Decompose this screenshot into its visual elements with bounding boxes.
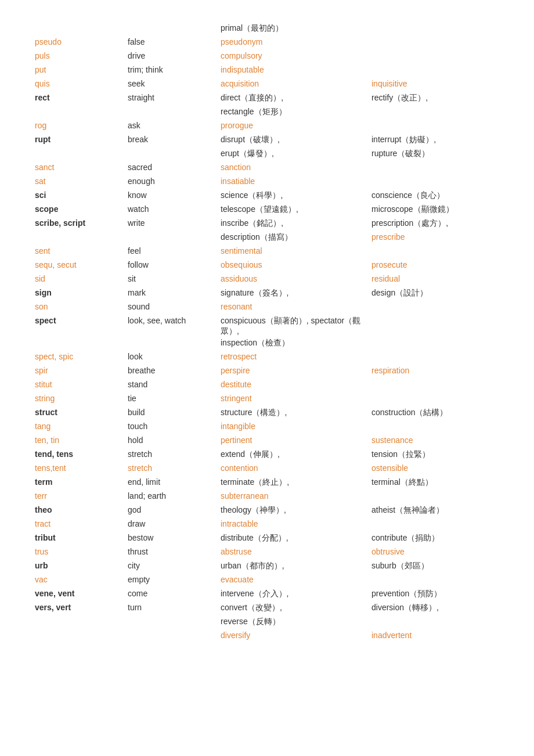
- cell-39-1: empty: [128, 575, 221, 584]
- cell-2-1: drive: [128, 51, 221, 60]
- cell-12-1: know: [128, 190, 221, 200]
- cell-39-2: evacuate: [221, 575, 371, 584]
- table-row: primal（最初的）: [35, 23, 499, 36]
- cell-24-3: respiration: [371, 366, 511, 375]
- cell-11-2: insatiable: [221, 177, 371, 186]
- table-row: sanctsacredsanction: [35, 163, 499, 175]
- table-row: scopewatchtelescope（望遠鏡）,microscope（顯微鏡）: [35, 204, 499, 217]
- cell-17-2: obsequious: [221, 260, 371, 269]
- cell-35-0: tract: [35, 519, 128, 528]
- cell-21-1: look, see, watch: [128, 316, 221, 325]
- cell-25-0: stitut: [35, 380, 128, 389]
- table-row: signmarksignature（簽名）,design（設計）: [35, 288, 499, 301]
- table-row: vers, vertturnconvert（改變）,diversion（轉移）,: [35, 603, 499, 615]
- cell-13-3: microscope（顯微鏡）: [371, 204, 511, 215]
- cell-35-1: draw: [128, 519, 221, 528]
- cell-18-3: residual: [371, 274, 511, 283]
- table-row: quisseekacquisitioninquisitive: [35, 79, 499, 92]
- table-row: ten, tinholdpertinentsustenance: [35, 435, 499, 448]
- cell-5-2: direct（直接的）,: [221, 93, 371, 103]
- cell-35-2: intractable: [221, 519, 371, 528]
- cell-2-2: compulsory: [221, 51, 371, 60]
- cell-18-2: assiduous: [221, 274, 371, 283]
- cell-27-1: build: [128, 408, 221, 417]
- cell-41-1: turn: [128, 603, 221, 612]
- cell-0-2: primal（最初的）: [221, 23, 371, 34]
- cell-29-1: hold: [128, 435, 221, 445]
- table-row: rectstraightdirect（直接的）,rectify（改正）,: [35, 93, 499, 106]
- table-row: structbuildstructure（構造）,construction（結構…: [35, 408, 499, 420]
- table-row: sonsoundresonant: [35, 302, 499, 315]
- cell-1-1: false: [128, 37, 221, 46]
- cell-8-0: rupt: [35, 135, 128, 144]
- cell-25-1: stand: [128, 380, 221, 389]
- table-row: ruptbreakdisrupt（破壞）,interrupt（妨礙）,: [35, 135, 499, 147]
- cell-7-2: prorogue: [221, 121, 371, 130]
- cell-33-2: subterranean: [221, 491, 371, 501]
- cell-8-1: break: [128, 135, 221, 144]
- table-row: diversifyinadvertent: [35, 631, 499, 643]
- cell-14-1: write: [128, 218, 221, 228]
- cell-14-3: prescription（處方）,: [371, 218, 511, 229]
- cell-8-3: interrupt（妨礙）,: [371, 135, 511, 145]
- table-row: stringtiestringent: [35, 394, 499, 406]
- cell-23-0: spect, spic: [35, 352, 128, 361]
- cell-30-2: extend（伸展）,: [221, 449, 371, 460]
- cell-19-1: mark: [128, 288, 221, 297]
- cell-38-3: suburb（郊區）: [371, 561, 511, 571]
- table-row: spirbreatheperspirerespiration: [35, 366, 499, 379]
- cell-40-0: vene, vent: [35, 589, 128, 598]
- cell-3-2: indisputable: [221, 65, 371, 74]
- cell-10-0: sanct: [35, 163, 128, 172]
- table-row: vacemptyevacuate: [35, 575, 499, 588]
- cell-14-0: scribe, script: [35, 218, 128, 228]
- table-row: erupt（爆發）,rupture（破裂）: [35, 149, 499, 161]
- cell-32-1: end, limit: [128, 477, 221, 487]
- cell-24-1: breathe: [128, 366, 221, 375]
- cell-38-1: city: [128, 561, 221, 570]
- cell-32-0: term: [35, 477, 128, 487]
- cell-4-1: seek: [128, 79, 221, 88]
- table-row: tributbestowdistribute（分配）,contribute（捐助…: [35, 533, 499, 546]
- cell-16-0: sent: [35, 246, 128, 255]
- cell-20-1: sound: [128, 302, 221, 311]
- cell-34-2: theology（神學）,: [221, 505, 371, 516]
- table-row: description（描寫）prescribe: [35, 232, 499, 245]
- cell-41-3: diversion（轉移）,: [371, 603, 511, 613]
- cell-42-2: reverse（反轉）: [221, 617, 371, 627]
- cell-37-1: thrust: [128, 547, 221, 556]
- cell-12-3: conscience（良心）: [371, 190, 511, 201]
- cell-26-0: string: [35, 394, 128, 403]
- cell-34-1: god: [128, 505, 221, 514]
- cell-32-3: terminal（終點）: [371, 477, 511, 488]
- cell-36-1: bestow: [128, 533, 221, 542]
- cell-26-1: tie: [128, 394, 221, 403]
- cell-37-3: obtrusive: [371, 547, 511, 556]
- table-row: termend, limitterminate（終止）,terminal（終點）: [35, 477, 499, 490]
- cell-38-0: urb: [35, 561, 128, 570]
- cell-13-1: watch: [128, 204, 221, 214]
- cell-13-2: telescope（望遠鏡）,: [221, 204, 371, 215]
- cell-19-0: sign: [35, 288, 128, 297]
- cell-10-2: sanction: [221, 163, 371, 172]
- cell-36-2: distribute（分配）,: [221, 533, 371, 543]
- cell-16-1: feel: [128, 246, 221, 255]
- cell-30-0: tend, tens: [35, 449, 128, 459]
- cell-41-2: convert（改變）,: [221, 603, 371, 613]
- cell-34-3: atheist（無神論者）: [371, 505, 511, 516]
- cell-34-0: theo: [35, 505, 128, 514]
- cell-30-3: tension（拉緊）: [371, 449, 511, 460]
- cell-5-1: straight: [128, 93, 221, 102]
- cell-12-0: sci: [35, 190, 128, 200]
- cell-28-2: intangible: [221, 422, 371, 431]
- cell-18-1: sit: [128, 274, 221, 283]
- table-row: reverse（反轉）: [35, 617, 499, 629]
- cell-37-0: trus: [35, 547, 128, 556]
- cell-24-2: perspire: [221, 366, 371, 375]
- cell-17-3: prosecute: [371, 260, 511, 269]
- cell-22-2: inspection（檢查）: [221, 338, 371, 348]
- cell-27-0: struct: [35, 408, 128, 417]
- cell-27-2: structure（構造）,: [221, 408, 371, 418]
- table-row: scribe, scriptwriteinscribe（銘記）,prescrip…: [35, 218, 499, 231]
- table-row: pulsdrivecompulsory: [35, 51, 499, 64]
